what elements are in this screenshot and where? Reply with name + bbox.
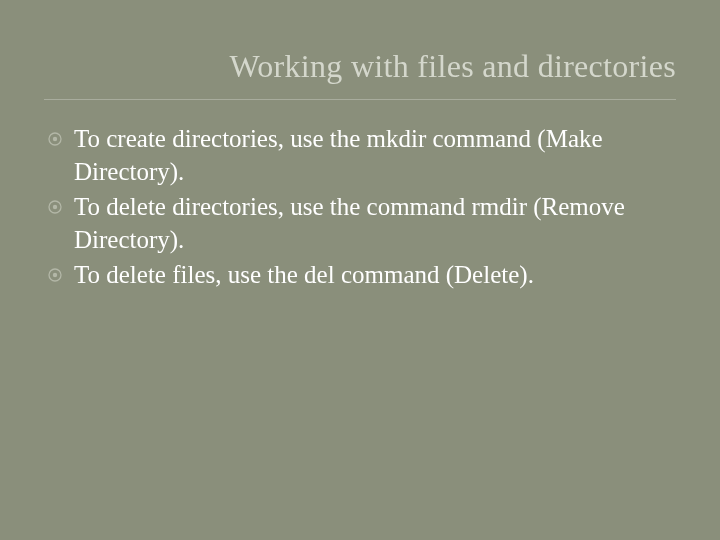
bullet-icon <box>48 132 62 146</box>
bullet-text: To delete directories, use the command r… <box>74 190 676 256</box>
svg-point-5 <box>53 273 57 277</box>
bullet-text: To create directories, use the mkdir com… <box>74 122 676 188</box>
bullet-text: To delete files, use the del command (De… <box>74 258 676 291</box>
bullet-list: To create directories, use the mkdir com… <box>44 122 676 291</box>
slide: Working with files and directories To cr… <box>0 0 720 540</box>
list-item: To delete files, use the del command (De… <box>48 258 676 291</box>
list-item: To delete directories, use the command r… <box>48 190 676 256</box>
slide-title: Working with files and directories <box>44 48 676 100</box>
bullet-icon <box>48 268 62 282</box>
svg-point-3 <box>53 205 57 209</box>
bullet-icon <box>48 200 62 214</box>
svg-point-1 <box>53 137 57 141</box>
list-item: To create directories, use the mkdir com… <box>48 122 676 188</box>
